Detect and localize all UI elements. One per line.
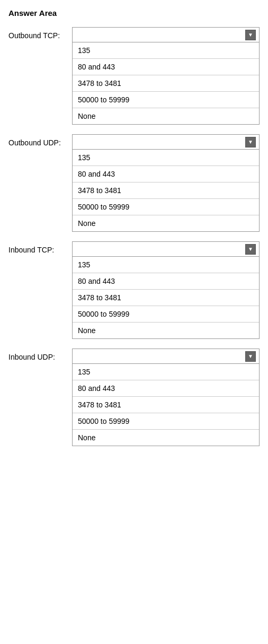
dropdown-group-inbound-tcp: Inbound TCP:▼13580 and 4433478 to 348150… xyxy=(8,241,260,339)
dropdown-group-inbound-udp: Inbound UDP:▼13580 and 4433478 to 348150… xyxy=(8,349,260,446)
dropdown-option-outbound-tcp-4[interactable]: None xyxy=(73,108,259,124)
label-inbound-tcp: Inbound TCP: xyxy=(8,241,72,254)
dropdown-option-inbound-udp-1[interactable]: 80 and 443 xyxy=(73,380,259,397)
dropdown-group-outbound-udp: Outbound UDP:▼13580 and 4433478 to 34815… xyxy=(8,134,260,232)
label-outbound-udp: Outbound UDP: xyxy=(8,134,72,147)
dropdown-outbound-udp[interactable]: ▼13580 and 4433478 to 348150000 to 59999… xyxy=(72,134,260,232)
dropdown-header-inbound-tcp[interactable]: ▼ xyxy=(73,242,259,257)
dropdown-option-inbound-tcp-0[interactable]: 135 xyxy=(73,257,259,273)
dropdown-outbound-tcp[interactable]: ▼13580 and 4433478 to 348150000 to 59999… xyxy=(72,27,260,125)
dropdown-option-inbound-tcp-2[interactable]: 3478 to 3481 xyxy=(73,290,259,306)
dropdown-inbound-udp[interactable]: ▼13580 and 4433478 to 348150000 to 59999… xyxy=(72,349,260,446)
dropdown-option-outbound-tcp-1[interactable]: 80 and 443 xyxy=(73,59,259,75)
dropdown-header-outbound-udp[interactable]: ▼ xyxy=(73,135,259,150)
dropdown-option-inbound-udp-2[interactable]: 3478 to 3481 xyxy=(73,397,259,413)
chevron-down-icon: ▼ xyxy=(245,30,256,40)
dropdown-option-inbound-tcp-3[interactable]: 50000 to 59999 xyxy=(73,306,259,323)
dropdown-header-inbound-udp[interactable]: ▼ xyxy=(73,349,259,364)
dropdown-option-inbound-tcp-4[interactable]: None xyxy=(73,323,259,338)
dropdown-option-inbound-udp-0[interactable]: 135 xyxy=(73,364,259,380)
dropdown-option-outbound-udp-0[interactable]: 135 xyxy=(73,150,259,166)
chevron-down-icon: ▼ xyxy=(245,137,256,147)
dropdown-option-outbound-tcp-2[interactable]: 3478 to 3481 xyxy=(73,75,259,92)
chevron-down-icon: ▼ xyxy=(245,244,256,255)
dropdown-group-outbound-tcp: Outbound TCP:▼13580 and 4433478 to 34815… xyxy=(8,27,260,125)
dropdown-option-outbound-tcp-0[interactable]: 135 xyxy=(73,42,259,59)
dropdown-option-outbound-udp-3[interactable]: 50000 to 59999 xyxy=(73,199,259,215)
dropdown-option-inbound-udp-3[interactable]: 50000 to 59999 xyxy=(73,413,259,430)
answer-area-title: Answer Area xyxy=(8,8,260,18)
dropdown-option-outbound-udp-4[interactable]: None xyxy=(73,215,259,231)
dropdown-header-outbound-tcp[interactable]: ▼ xyxy=(73,28,259,42)
dropdown-inbound-tcp[interactable]: ▼13580 and 4433478 to 348150000 to 59999… xyxy=(72,241,260,339)
label-inbound-udp: Inbound UDP: xyxy=(8,349,72,361)
dropdown-option-inbound-udp-4[interactable]: None xyxy=(73,430,259,446)
dropdown-option-outbound-udp-2[interactable]: 3478 to 3481 xyxy=(73,182,259,199)
dropdown-option-outbound-tcp-3[interactable]: 50000 to 59999 xyxy=(73,92,259,108)
dropdown-option-inbound-tcp-1[interactable]: 80 and 443 xyxy=(73,273,259,290)
dropdown-option-outbound-udp-1[interactable]: 80 and 443 xyxy=(73,166,259,182)
label-outbound-tcp: Outbound TCP: xyxy=(8,27,72,40)
chevron-down-icon: ▼ xyxy=(245,351,256,362)
